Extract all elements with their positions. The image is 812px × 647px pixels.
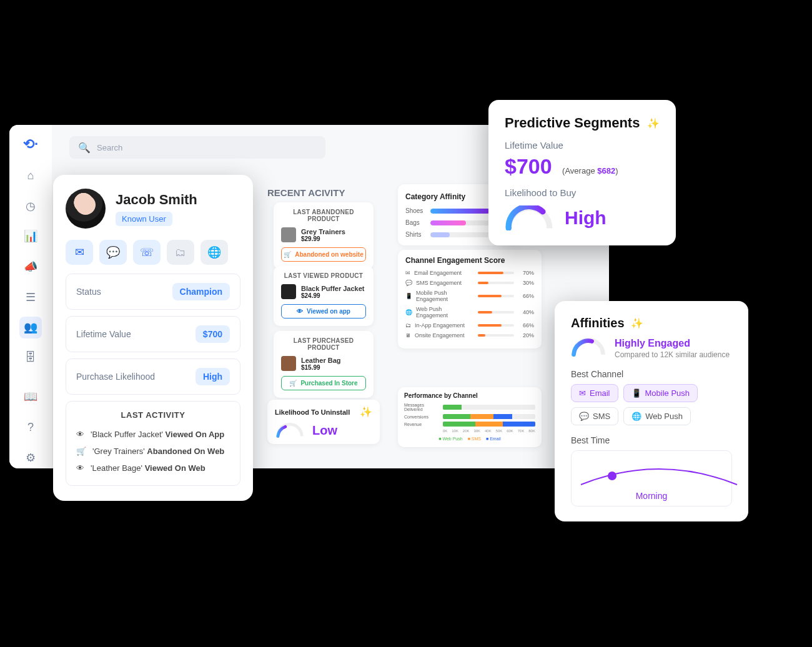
channel-chip-web-push[interactable]: 🌐Web Push xyxy=(623,407,691,425)
channel-icon: 💬 xyxy=(405,280,412,286)
status-label: Status xyxy=(76,287,101,297)
push-channel-icon[interactable]: 🗂 xyxy=(167,240,194,265)
likelihood-label: Purchase Likelihood xyxy=(76,372,155,382)
nav-globe-icon[interactable]: ◷ xyxy=(19,195,42,217)
activity-icon: 👁 xyxy=(76,430,84,439)
cart-icon: 🛒 xyxy=(284,251,291,258)
likelihood-value: High xyxy=(565,207,607,229)
channel-icon: 📱 xyxy=(405,293,412,299)
email-channel-icon[interactable]: ✉ xyxy=(66,240,93,265)
purchased-pill[interactable]: 🛒 Purchased In Store xyxy=(281,376,366,390)
last-abandoned-card: LAST ABANDONED PRODUCT Grey Trainers $29… xyxy=(274,202,374,269)
profile-card: Jacob Smith Known User ✉ 💬 ☏ 🗂 🌐 Status … xyxy=(53,175,253,501)
product-name: Grey Trainers xyxy=(301,228,345,235)
sparkle-icon: ✨ xyxy=(360,406,372,418)
nav-home-icon[interactable]: ⌂ xyxy=(19,165,42,187)
gauge-icon xyxy=(505,205,553,230)
product-thumb xyxy=(281,284,296,299)
nav-help-icon[interactable]: ? xyxy=(19,417,42,438)
ltv-value: $700 xyxy=(505,154,552,179)
activity-icon: 🛒 xyxy=(76,447,86,456)
card-heading: LAST PURCHASED PRODUCT xyxy=(281,337,366,351)
svg-point-0 xyxy=(608,472,616,480)
nav-book-icon[interactable]: 📖 xyxy=(19,386,42,408)
time-curve-icon xyxy=(578,460,740,490)
card-title: Predictive Segments xyxy=(505,115,640,131)
last-activity-title: LAST ACTIVITY xyxy=(76,410,230,420)
product-thumb xyxy=(281,227,296,242)
best-channel-label: Best Channel xyxy=(571,369,732,379)
ltv-average: (Average $682) xyxy=(562,166,618,175)
status-row: Status Champion xyxy=(66,274,240,310)
ltv-row: Lifetime Value $700 xyxy=(66,316,240,352)
product-name: Leather Bag xyxy=(301,357,341,364)
status-value: Champion xyxy=(172,283,230,300)
nav-settings-icon[interactable]: ⚙ xyxy=(19,447,42,468)
web-channel-icon[interactable]: 🌐 xyxy=(201,240,228,265)
channel-label: Web Push xyxy=(645,412,683,421)
eye-icon: 👁 xyxy=(297,308,303,315)
channel-icon: ✉ xyxy=(405,270,410,276)
card-title: Channel Engagement Score xyxy=(405,256,534,265)
viewed-pill[interactable]: 👁 Viewed on app xyxy=(281,304,366,319)
nav-users-icon[interactable]: 👥 xyxy=(19,317,42,338)
last-activity-row: 👁'Leather Bage' Viewed On Web xyxy=(76,460,230,477)
likelihood-uninstall-card: Likelihood To Uninstall✨ Low xyxy=(267,400,380,444)
performance-row: Revenue xyxy=(404,422,535,427)
nav-megaphone-icon[interactable]: 📣 xyxy=(19,256,42,278)
abandoned-pill[interactable]: 🛒 Abandoned on website xyxy=(281,247,366,262)
product-thumb xyxy=(281,356,296,371)
channel-pct: 66% xyxy=(518,322,534,328)
channel-chip-mobile-push[interactable]: 📱Mobile Push xyxy=(623,384,698,402)
best-time-label: Best Time xyxy=(571,435,732,445)
channel-label: Mobile Push xyxy=(645,388,690,398)
channel-chip-sms[interactable]: 💬SMS xyxy=(571,407,618,425)
sms-channel-icon[interactable]: 💬 xyxy=(99,240,127,265)
channel-pct: 40% xyxy=(518,309,534,315)
whatsapp-channel-icon[interactable]: ☏ xyxy=(133,240,161,265)
engagement-row: 🗂In-App Engagement66% xyxy=(405,322,534,328)
last-activity-row: 🛒'Grey Trainers' Abandoned On Web xyxy=(76,443,230,460)
uninstall-value: Low xyxy=(312,423,337,438)
product-name: Black Puffer Jacket xyxy=(301,285,365,292)
engaged-subtitle: Compared to 12K similar audience xyxy=(615,350,730,359)
nav-analytics-icon[interactable]: 📊 xyxy=(19,225,42,247)
last-purchased-card: LAST PURCHASED PRODUCT Leather Bag $15.9… xyxy=(274,331,374,398)
ltv-label: Lifetime Value xyxy=(505,140,660,151)
product-price: $15.99 xyxy=(301,364,341,371)
channel-chip-email[interactable]: ✉Email xyxy=(571,384,618,402)
channel-pct: 66% xyxy=(518,293,534,299)
legend-item: SMS xyxy=(468,437,481,441)
nav-list-icon[interactable]: ☰ xyxy=(19,286,42,308)
channel-icon: 🌐 xyxy=(405,309,412,315)
profile-channel-row: ✉ 💬 ☏ 🗂 🌐 xyxy=(66,240,240,265)
channel-label: Web Push Engagement xyxy=(416,306,474,319)
channel-pct: 30% xyxy=(518,280,534,286)
sidebar: ⟲· ⌂ ◷ 📊 📣 ☰ 👥 🗄 📖 ? ⚙ xyxy=(9,125,52,468)
profile-name: Jacob Smith xyxy=(116,192,197,208)
sparkle-icon: ✨ xyxy=(647,117,660,129)
channel-pct: 20% xyxy=(518,332,534,338)
card-heading: LAST ABANDONED PRODUCT xyxy=(281,209,366,222)
legend-item: Web Push xyxy=(438,437,462,441)
likelihood-label: Likelihood to Buy xyxy=(505,187,660,198)
cart-check-icon: 🛒 xyxy=(289,380,297,387)
metric-label: Revenue xyxy=(404,422,439,427)
performance-row: Messages Delivered xyxy=(404,403,535,412)
best-time-value: Morning xyxy=(578,491,725,501)
card-title: Category Affinity xyxy=(405,192,465,201)
metric-label: Messages Delivered xyxy=(404,403,439,412)
search-bar[interactable]: 🔍 xyxy=(69,136,325,159)
channel-icon: ✉ xyxy=(579,388,586,398)
category-label: Shoes xyxy=(405,207,425,214)
channel-label: Email xyxy=(590,388,610,398)
channel-label: Mobile Push Engagement xyxy=(416,290,474,302)
nav-database-icon[interactable]: 🗄 xyxy=(19,347,42,369)
search-input[interactable] xyxy=(97,143,202,152)
best-time-chart: Morning xyxy=(571,450,732,506)
gauge-icon xyxy=(571,338,606,357)
channel-icon: 🖥 xyxy=(405,332,411,338)
card-title: Affinities xyxy=(571,316,625,330)
likelihood-row: Purchase Likelihood High xyxy=(66,358,240,395)
activity-icon: 👁 xyxy=(76,463,84,473)
